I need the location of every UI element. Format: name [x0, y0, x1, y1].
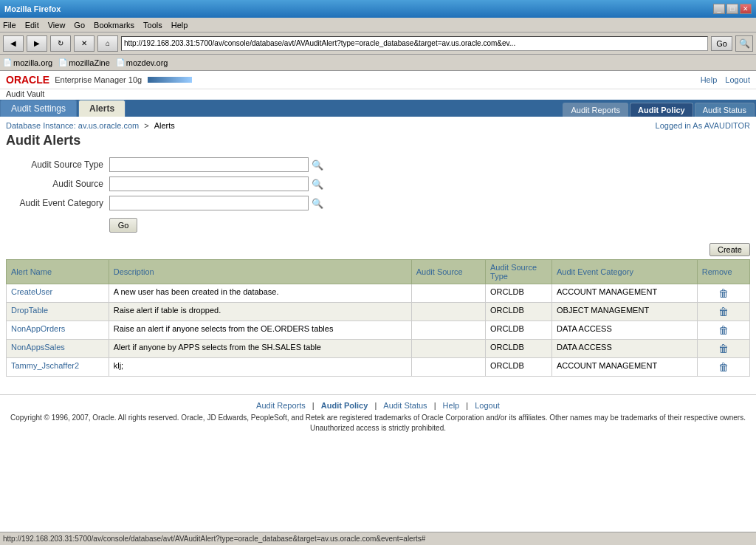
bookmarks-bar: 📄 mozilla.org 📄 mozillaZine 📄 mozdev.org [0, 55, 756, 71]
remove-button[interactable]: 🗑 [702, 343, 745, 354]
audit-event-category-input[interactable] [109, 196, 309, 210]
col-audit-event-category-link[interactable]: Audit Event Category [557, 267, 633, 276]
forward-button[interactable]: ▶ [27, 35, 47, 52]
stop-button[interactable]: ✕ [74, 35, 94, 52]
table-body: CreateUserA new user has been created in… [7, 284, 750, 377]
alert-name-link[interactable]: NonAppsSales [11, 343, 65, 352]
browser-toolbar: ◀ ▶ ↻ ✕ ⌂ Go 🔍 [0, 32, 756, 55]
browser-titlebar: Mozilla Firefox _ □ ✕ [0, 0, 756, 18]
logout-link[interactable]: Logout [725, 75, 750, 84]
cell-remove: 🗑 [697, 321, 749, 340]
tab-alerts[interactable]: Alerts [78, 100, 126, 117]
cell-audit-source [411, 284, 485, 303]
col-audit-source-type[interactable]: Audit Source Type [486, 260, 552, 284]
col-audit-source-type-link[interactable]: Audit Source Type [490, 263, 537, 281]
col-audit-event-category[interactable]: Audit Event Category [552, 260, 698, 284]
audit-source-type-search-icon[interactable]: 🔍 [312, 160, 323, 171]
reload-button[interactable]: ↻ [50, 35, 71, 52]
home-button[interactable]: ⌂ [97, 35, 118, 52]
footer-section: Audit Reports | Audit Policy | Audit Sta… [0, 394, 756, 439]
breadcrumb-db-instance[interactable]: Database Instance: av.us.oracle.com [6, 121, 139, 130]
left-tabs: Audit Settings Alerts [0, 100, 127, 117]
table-row: CreateUserA new user has been created in… [7, 284, 750, 303]
minimize-button[interactable]: _ [713, 4, 725, 14]
go-button[interactable]: Go [711, 36, 732, 51]
audit-source-type-input[interactable] [109, 157, 309, 172]
menu-view[interactable]: View [48, 21, 66, 30]
bookmark-mozillazine[interactable]: 📄 mozillaZine [58, 58, 110, 67]
audit-event-category-row: Audit Event Category 🔍 [6, 196, 750, 210]
nav-audit-policy[interactable]: Audit Policy [630, 103, 693, 117]
tab-audit-settings[interactable]: Audit Settings [0, 100, 77, 117]
nav-audit-reports[interactable]: Audit Reports [563, 103, 628, 117]
footer-audit-status[interactable]: Audit Status [383, 401, 427, 410]
alert-name-link[interactable]: DropTable [11, 306, 48, 315]
right-tabs: Audit Reports Audit Policy Audit Status [563, 103, 756, 117]
col-description-link[interactable]: Description [114, 267, 154, 276]
footer-audit-policy[interactable]: Audit Policy [321, 401, 368, 410]
remove-button[interactable]: 🗑 [702, 306, 745, 318]
remove-button[interactable]: 🗑 [702, 287, 745, 299]
cell-audit-event-category: ACCOUNT MANAGEMENT [552, 358, 698, 377]
audit-source-label: Audit Source [6, 179, 109, 189]
app-subtitle: Audit Vault [0, 89, 756, 100]
col-audit-source[interactable]: Audit Source [411, 260, 485, 284]
alert-name-link[interactable]: NonAppOrders [11, 324, 65, 333]
remove-button[interactable]: 🗑 [702, 324, 745, 336]
maximize-button[interactable]: □ [726, 4, 738, 14]
cell-audit-source-type: ORCLDB [486, 321, 552, 340]
bookmark-icon-3: 📄 [116, 58, 125, 66]
table-row: NonAppsSalesAlert if anyone by APPS sele… [7, 340, 750, 358]
address-bar[interactable] [121, 36, 708, 51]
go-button[interactable]: Go [109, 218, 137, 233]
col-audit-source-link[interactable]: Audit Source [416, 267, 463, 276]
audit-source-type-row: Audit Source Type 🔍 [6, 157, 750, 172]
create-button[interactable]: Create [709, 243, 750, 256]
footer-links: Audit Reports | Audit Policy | Audit Sta… [6, 401, 750, 410]
bookmark-mozilla[interactable]: 📄 mozilla.org [3, 58, 52, 67]
menu-go[interactable]: Go [74, 21, 85, 30]
cell-alert-name: NonAppsSales [7, 340, 109, 358]
cell-description: Raise alert if table is dropped. [109, 303, 411, 321]
alert-name-link[interactable]: CreateUser [11, 287, 52, 296]
col-alert-name[interactable]: Alert Name [7, 260, 109, 284]
footer-help[interactable]: Help [443, 401, 460, 410]
back-button[interactable]: ◀ [3, 35, 24, 52]
audit-source-search-icon[interactable]: 🔍 [312, 179, 323, 190]
menu-help[interactable]: Help [171, 21, 188, 30]
cell-audit-source [411, 340, 485, 358]
menu-edit[interactable]: Edit [25, 21, 39, 30]
bookmark-mozdev[interactable]: 📄 mozdev.org [116, 58, 168, 67]
cell-remove: 🗑 [697, 340, 749, 358]
col-description[interactable]: Description [109, 260, 411, 284]
cell-description: Alert if anyone by APPS selects from the… [109, 340, 411, 358]
breadcrumb-current: Alerts [154, 121, 175, 130]
cell-audit-source [411, 358, 485, 377]
go-button-row: Go [6, 215, 750, 233]
audit-event-category-search-icon[interactable]: 🔍 [312, 198, 323, 209]
footer-audit-reports[interactable]: Audit Reports [256, 401, 306, 410]
menu-tools[interactable]: Tools [143, 21, 162, 30]
alert-name-link[interactable]: Tammy_Jschaffer2 [11, 361, 79, 370]
bookmark-icon-2: 📄 [58, 58, 67, 66]
nav-audit-status[interactable]: Audit Status [695, 103, 755, 117]
footer-logout[interactable]: Logout [475, 401, 500, 410]
breadcrumb: Database Instance: av.us.oracle.com > Al… [6, 121, 175, 130]
table-row: Tammy_Jschaffer2klj;ORCLDBACCOUNT MANAGE… [7, 358, 750, 377]
menu-file[interactable]: File [3, 21, 16, 30]
help-link[interactable]: Help [701, 75, 718, 84]
col-alert-name-link[interactable]: Alert Name [11, 267, 52, 276]
remove-button[interactable]: 🗑 [702, 361, 745, 373]
close-button[interactable]: ✕ [740, 4, 752, 14]
audit-source-input[interactable] [109, 176, 309, 191]
cell-alert-name: Tammy_Jschaffer2 [7, 358, 109, 377]
cell-description: Raise an alert if anyone selects from th… [109, 321, 411, 340]
cell-audit-event-category: OBJECT MANAGEMENT [552, 303, 698, 321]
alerts-table: Alert Name Description Audit Source Audi… [6, 259, 750, 377]
menu-bookmarks[interactable]: Bookmarks [94, 21, 134, 30]
browser-menubar: File Edit View Go Bookmarks Tools Help [0, 18, 756, 32]
footer-sep-4: | [466, 401, 470, 410]
cell-description: klj; [109, 358, 411, 377]
cell-alert-name: NonAppOrders [7, 321, 109, 340]
col-remove: Remove [697, 260, 749, 284]
